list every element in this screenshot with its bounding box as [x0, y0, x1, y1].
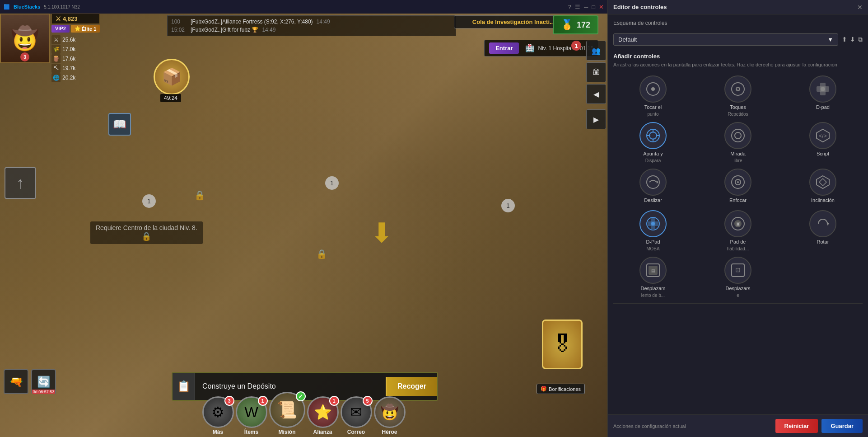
elite-badge[interactable]: ⭐ Élite 1	[71, 25, 100, 33]
ctrl-icon-dpad[interactable]	[809, 75, 836, 103]
nav-item-alianza[interactable]: ⭐ 1 Alianza	[307, 396, 339, 435]
chest-timer: 49:24	[160, 94, 181, 102]
nav-badge-correo: 5	[363, 396, 373, 406]
svg-point-1	[651, 87, 655, 91]
nav-item-heroe[interactable]: 🤠 Héroe	[374, 396, 406, 435]
ctrl-icon-skill-pad[interactable]: ▣	[724, 210, 751, 237]
ctrl-dpad-moba[interactable]: D-Pad MOBA	[613, 210, 693, 251]
nav-circle-correo[interactable]: ✉ 5	[341, 396, 372, 428]
vip-badge[interactable]: VIP2	[51, 25, 70, 33]
nav-item-mas[interactable]: ⚙ 3 Más	[202, 396, 234, 435]
topbar-menu-icon[interactable]: ☰	[575, 4, 580, 10]
power-value: 4,823	[63, 15, 78, 22]
nav-item-mision[interactable]: Space 📜 ✓ Misión	[269, 392, 305, 435]
svg-text:∞: ∞	[736, 87, 739, 92]
timer-label: 3d 08:57:53	[32, 390, 55, 394]
rpg-btn-1[interactable]: 👥	[586, 41, 606, 61]
ctrl-icon-displace[interactable]: ⊡	[724, 257, 751, 284]
ctrl-icon-slide[interactable]	[639, 169, 667, 196]
ctrl-sublabel-tap: punto	[647, 112, 658, 117]
enter-button[interactable]: Entrar	[489, 42, 519, 54]
nav-circle-items[interactable]: W 1	[236, 396, 267, 428]
ctrl-icon-displace-b[interactable]: ▤	[639, 257, 667, 284]
ctrl-displace[interactable]: ⊡ Desplazars e	[698, 257, 778, 298]
rpg-btn-4[interactable]: ▶	[586, 109, 606, 129]
topbar-minimize-icon[interactable]: ─	[584, 4, 588, 10]
badges-row: VIP2 ⭐ Élite 1	[51, 25, 100, 33]
hospital-level: Niv. 1 Hospital	[538, 45, 572, 52]
add-controls-title: Añadir controles	[613, 53, 863, 60]
nav-circle-alianza[interactable]: ⭐ 1	[307, 396, 339, 428]
ctrl-icon-free[interactable]	[724, 122, 751, 149]
msg-time-1: 15:02	[171, 27, 187, 33]
ctrl-label-displace-b: Desplazam	[640, 286, 665, 291]
bonificaciones-button[interactable]: 🎁 Bonificaciones	[537, 384, 585, 394]
msg-time-0: 100	[171, 19, 187, 25]
ctrl-icon-repeat[interactable]: ∞	[724, 75, 751, 103]
reiniciar-button[interactable]: Reiniciar	[775, 419, 818, 433]
gold-bar[interactable]: 🥇 172	[553, 15, 598, 34]
book-icon[interactable]: 📖	[108, 113, 131, 136]
ctrl-displace-b[interactable]: ▤ Desplazam iento de b...	[613, 257, 693, 298]
ctrl-icon-script[interactable]: </>	[809, 122, 836, 149]
topbar-help-icon[interactable]: ?	[568, 4, 571, 10]
nav-circle-mas[interactable]: ⚙ 3	[202, 396, 234, 428]
ctrl-script[interactable]: </> Script	[783, 122, 863, 163]
ctrl-label-dpad-moba: D-Pad	[646, 239, 660, 244]
ctrl-icon-rotate[interactable]	[809, 210, 836, 237]
ctrl-sublabel-skill-pad: habilidad...	[727, 246, 749, 251]
scheme-copy-icon[interactable]: ⧉	[858, 36, 863, 43]
topbar-icons: ? ☰ ─ □ ✕	[568, 4, 604, 10]
svg-point-14	[732, 129, 744, 142]
ctrl-tap[interactable]: Tocar el punto	[613, 75, 693, 117]
res-icon-4: 🌐	[51, 73, 61, 82]
ctrl-tilt[interactable]: Inclinación	[783, 169, 863, 205]
action-icon-refresh[interactable]: 🔄 3d 08:57:53	[31, 369, 56, 394]
ctrl-label-slide: Deslizar	[644, 197, 662, 203]
ctrl-icon-tilt[interactable]	[809, 169, 836, 196]
scheme-import-icon[interactable]: ⬇	[850, 36, 855, 43]
scheme-value: Default	[618, 36, 637, 43]
move-arrow-button[interactable]: ↑	[5, 167, 36, 199]
ctrl-dpad[interactable]: D-pad	[783, 75, 863, 117]
ctrl-slide[interactable]: Deslizar	[613, 169, 693, 205]
svg-marker-23	[817, 176, 829, 188]
msg-row-1: 15:02 [FubxGodZ..]Gift for fubz 🏆 14:49	[171, 26, 452, 34]
hero-medal[interactable]: 🎖	[542, 320, 583, 369]
topbar-close-icon[interactable]: ✕	[599, 4, 604, 10]
ctrl-icon-dpad-moba[interactable]	[639, 210, 667, 237]
bluestacks-topbar: 🟦 BlueStacks 5.1.100.1017 N32 ? ☰ ─ □ ✕	[0, 0, 607, 14]
scheme-share-icon[interactable]: ⬆	[842, 36, 847, 43]
add-controls-desc: Arrastra las acciones en la pantalla par…	[613, 61, 863, 68]
nav-item-correo[interactable]: ✉ 5 Correo	[341, 396, 372, 435]
ctrl-free[interactable]: Mirada libre	[698, 122, 778, 163]
nav-item-items[interactable]: W 1 Ítems	[236, 396, 267, 435]
msg-ts-0: 14:49	[317, 19, 332, 25]
ctrl-icon-aim[interactable]	[639, 122, 667, 149]
guardar-button[interactable]: Guardar	[821, 419, 863, 433]
controls-bottom-bar: Acciones de configuración actual Reinici…	[608, 414, 868, 437]
hospital-notif: Entrar 🏥 Niv. 1 Hospital 01:15	[484, 40, 598, 56]
rpg-btn-3[interactable]: ◀	[586, 84, 606, 104]
ctrl-icon-focus[interactable]	[724, 169, 751, 196]
rpg-btn-2[interactable]: 🏛	[586, 62, 606, 82]
ctrl-focus[interactable]: Enfocar	[698, 169, 778, 205]
chest-icon[interactable]: 📦	[154, 59, 190, 95]
ctrl-repeat[interactable]: ∞ Toques Repetidos	[698, 75, 778, 117]
ctrl-aim[interactable]: Apunta y Dispara	[613, 122, 693, 163]
svg-marker-19	[657, 180, 658, 184]
ctrl-sublabel-displace: e	[737, 293, 739, 298]
nav-circle-heroe[interactable]: 🤠	[374, 396, 406, 428]
svg-point-15	[735, 132, 741, 139]
ctrl-skill-pad[interactable]: ▣ Pad de habilidad...	[698, 210, 778, 251]
res-value-1: 17.0k	[62, 46, 75, 52]
ctrl-close-icon[interactable]: ✕	[857, 4, 863, 11]
topbar-resize-icon[interactable]: □	[592, 4, 595, 10]
ctrl-icon-tap[interactable]	[639, 75, 667, 103]
scheme-dropdown[interactable]: Default ▼	[613, 33, 838, 46]
action-icon-pistols[interactable]: 🔫	[4, 369, 28, 394]
ctrl-rotate[interactable]: Rotar	[783, 210, 863, 251]
nav-circle-mision[interactable]: 📜 ✓	[269, 392, 305, 428]
nav-label-alianza: Alianza	[313, 429, 332, 435]
nav-badge-mas: 3	[224, 396, 234, 406]
